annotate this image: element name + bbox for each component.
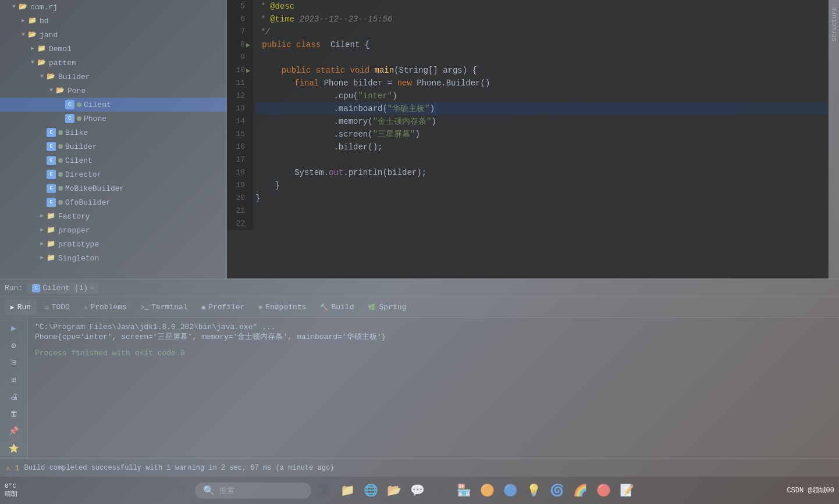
code-line-5: * @desc xyxy=(255,0,829,13)
line-number-15: 15 xyxy=(227,128,248,141)
code-line-12: .cpu("inter") xyxy=(255,90,829,102)
line-numbers: 5678910111213141516171819202122 xyxy=(227,0,253,230)
code-lines: * @desc * @time 2023--12--23--15:56 */▶p… xyxy=(253,0,829,230)
ide-container: com.rjbdjandDemo1pattenBuilderPoneCilent… xyxy=(0,0,839,504)
code-line-7: */ xyxy=(255,26,829,38)
code-line-18: System.out.println(bilder); xyxy=(255,166,829,179)
code-line-14: .memory("金士顿内存条") xyxy=(255,115,829,128)
code-line-6: * @time 2023--12--23--15:56 xyxy=(255,13,829,26)
code-line-8: ▶public class Cilent { xyxy=(255,38,829,51)
line-number-18: 18 xyxy=(227,166,248,179)
code-line-22 xyxy=(255,217,829,230)
code-area: 5678910111213141516171819202122 * @desc … xyxy=(227,0,829,230)
gutter-arrow-8: ▶ xyxy=(246,41,250,49)
line-number-14: 14 xyxy=(227,115,248,128)
line-number-8: 8 xyxy=(227,38,248,51)
code-line-13: .mainboard("华硕主板") xyxy=(255,102,829,115)
line-number-20: 20 xyxy=(227,192,248,205)
code-line-10: ▶ public static void main(String[] args)… xyxy=(255,64,829,77)
line-number-10: 10 xyxy=(227,64,248,77)
gutter-arrow-10: ▶ xyxy=(246,67,250,75)
line-number-11: 11 xyxy=(227,77,248,90)
line-number-17: 17 xyxy=(227,153,248,166)
structure-label[interactable]: Structure xyxy=(830,2,839,46)
line-number-13: 13 xyxy=(227,102,248,115)
code-line-11: final Phone bilder = new Phone.Builder() xyxy=(255,77,829,90)
code-line-16: .bilder(); xyxy=(255,141,829,153)
code-line-17 xyxy=(255,153,829,166)
code-line-9 xyxy=(255,51,829,64)
line-number-16: 16 xyxy=(227,141,248,153)
code-line-15: .screen("三星屏幕") xyxy=(255,128,829,141)
line-number-21: 21 xyxy=(227,205,248,217)
code-line-21 xyxy=(255,205,829,217)
line-number-6: 6 xyxy=(227,13,248,26)
code-editor[interactable]: 5678910111213141516171819202122 * @desc … xyxy=(227,0,829,278)
line-number-5: 5 xyxy=(227,0,248,13)
code-line-20: } xyxy=(255,192,829,205)
line-number-9: 9 xyxy=(227,51,248,64)
line-number-12: 12 xyxy=(227,90,248,102)
line-number-7: 7 xyxy=(227,26,248,38)
line-number-22: 22 xyxy=(227,217,248,230)
code-line-19: } xyxy=(255,179,829,192)
line-number-19: 19 xyxy=(227,179,248,192)
